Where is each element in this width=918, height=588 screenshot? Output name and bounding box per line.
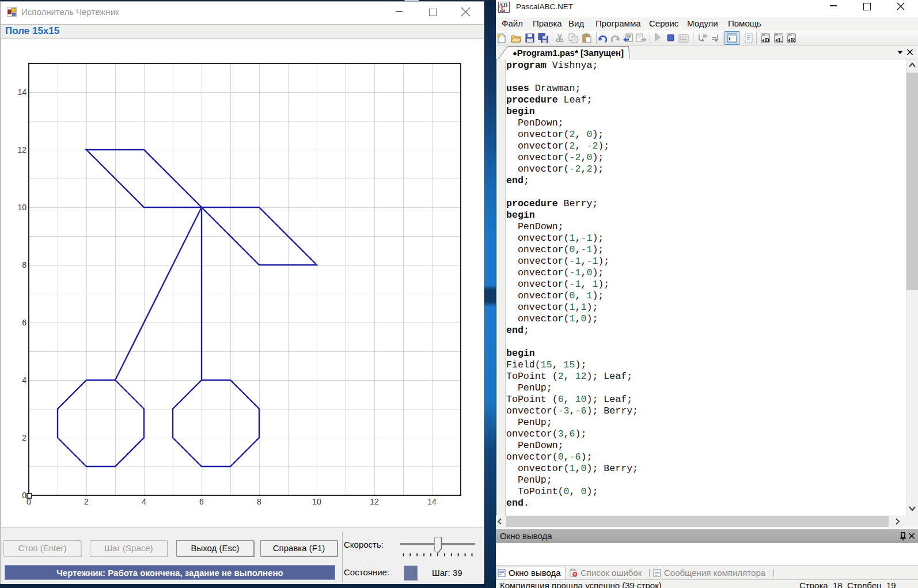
svg-text:L: L <box>778 36 782 43</box>
svg-text:net: net <box>500 9 506 13</box>
svg-text:R: R <box>791 36 796 43</box>
svg-text:D: D <box>765 36 769 43</box>
